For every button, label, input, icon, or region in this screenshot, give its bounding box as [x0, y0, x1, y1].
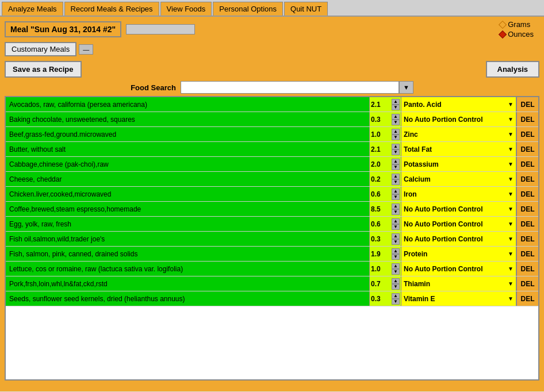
- food-del-5[interactable]: DEL: [516, 172, 538, 186]
- nutrient-dropdown-2[interactable]: ▼: [508, 131, 514, 137]
- search-dropdown-button[interactable]: ▼: [399, 81, 413, 94]
- nutrient-dropdown-8[interactable]: ▼: [508, 221, 514, 227]
- food-row: Beef,grass-fed,ground.microwaved 1.0 ▲ ▼…: [6, 127, 538, 142]
- food-del-4[interactable]: DEL: [516, 157, 538, 171]
- nutrient-dropdown-9[interactable]: ▼: [508, 236, 514, 242]
- food-name-12: Pork,frsh,loin,whl,ln&fat,ckd,rstd: [6, 276, 370, 291]
- food-qty-13: 0.3 ▲ ▼: [370, 291, 401, 306]
- food-qty-spinner-5: ▲ ▼: [392, 174, 400, 185]
- nutrient-label-11: No Auto Portion Control: [404, 265, 483, 273]
- qty-up-12[interactable]: ▲: [392, 278, 400, 284]
- qty-up-9[interactable]: ▲: [392, 233, 400, 239]
- qty-up-7[interactable]: ▲: [392, 203, 400, 209]
- food-del-13[interactable]: DEL: [516, 291, 538, 306]
- qty-up-1[interactable]: ▲: [392, 114, 400, 120]
- nutrient-dropdown-13[interactable]: ▼: [508, 295, 514, 302]
- action-row: Save as a Recipe Analysis: [5, 61, 539, 78]
- nutrient-dropdown-5[interactable]: ▼: [508, 176, 514, 182]
- nutrient-label-9: No Auto Portion Control: [404, 235, 483, 243]
- food-qty-value-6: 0.6: [371, 190, 381, 198]
- food-qty-spinner-6: ▲ ▼: [392, 189, 400, 200]
- food-del-6[interactable]: DEL: [516, 187, 538, 201]
- customary-arrow-button[interactable]: —: [79, 44, 93, 55]
- ounces-item[interactable]: Ounces: [500, 30, 534, 39]
- nutrient-dropdown-10[interactable]: ▼: [508, 251, 514, 257]
- qty-up-6[interactable]: ▲: [392, 189, 400, 194]
- food-del-2[interactable]: DEL: [516, 127, 538, 141]
- grams-item[interactable]: Grams: [500, 20, 530, 29]
- nutrient-dropdown-1[interactable]: ▼: [508, 116, 514, 122]
- food-del-12[interactable]: DEL: [516, 276, 538, 291]
- food-del-9[interactable]: DEL: [516, 232, 538, 246]
- nav-tab-4[interactable]: Quit NUT: [284, 2, 328, 16]
- food-del-8[interactable]: DEL: [516, 217, 538, 231]
- qty-down-1[interactable]: ▼: [392, 120, 400, 125]
- food-qty-spinner-3: ▲ ▼: [392, 144, 400, 155]
- food-nutrient-10: Protein ▼: [401, 247, 516, 261]
- nutrient-dropdown-11[interactable]: ▼: [508, 266, 514, 272]
- qty-down-9[interactable]: ▼: [392, 239, 400, 245]
- qty-down-10[interactable]: ▼: [392, 254, 400, 260]
- qty-down-0[interactable]: ▼: [392, 105, 400, 110]
- food-qty-value-0: 2.1: [371, 101, 381, 109]
- qty-down-2[interactable]: ▼: [392, 134, 400, 140]
- food-name-7: Coffee,brewed,steam espresso,homemade: [6, 202, 370, 216]
- qty-up-0[interactable]: ▲: [392, 99, 400, 105]
- qty-up-4[interactable]: ▲: [392, 159, 400, 164]
- qty-down-13[interactable]: ▼: [392, 299, 400, 305]
- nav-tab-2[interactable]: View Foods: [160, 2, 212, 16]
- food-qty-spinner-8: ▲ ▼: [392, 218, 400, 230]
- food-del-3[interactable]: DEL: [516, 142, 538, 156]
- food-qty-1: 0.3 ▲ ▼: [370, 112, 401, 126]
- food-qty-spinner-0: ▲ ▼: [392, 99, 400, 110]
- nutrient-label-7: No Auto Portion Control: [404, 205, 483, 213]
- qty-up-10[interactable]: ▲: [392, 248, 400, 254]
- qty-down-11[interactable]: ▼: [392, 269, 400, 275]
- qty-down-5[interactable]: ▼: [392, 179, 400, 185]
- nutrient-dropdown-0[interactable]: ▼: [508, 101, 514, 107]
- qty-down-7[interactable]: ▼: [392, 209, 400, 215]
- qty-down-3[interactable]: ▼: [392, 149, 400, 155]
- nutrient-dropdown-6[interactable]: ▼: [508, 191, 514, 197]
- analysis-button[interactable]: Analysis: [486, 61, 539, 78]
- food-qty-value-10: 1.9: [371, 250, 381, 258]
- nutrient-dropdown-7[interactable]: ▼: [508, 206, 514, 212]
- nutrient-label-3: Total Fat: [404, 145, 432, 153]
- qty-up-13[interactable]: ▲: [392, 293, 400, 299]
- food-qty-value-4: 2.0: [371, 160, 381, 168]
- nutrient-label-6: Iron: [404, 190, 417, 198]
- food-nutrient-8: No Auto Portion Control ▼: [401, 217, 516, 231]
- food-nutrient-0: Panto. Acid ▼: [401, 97, 516, 112]
- customary-meals-button[interactable]: Customary Meals: [5, 42, 76, 56]
- nutrient-dropdown-3[interactable]: ▼: [508, 146, 514, 152]
- food-nutrient-13: Vitamin E ▼: [401, 291, 516, 306]
- food-del-10[interactable]: DEL: [516, 247, 538, 261]
- food-search-input[interactable]: [181, 81, 399, 94]
- nutrient-dropdown-12[interactable]: ▼: [508, 280, 514, 287]
- food-del-11[interactable]: DEL: [516, 262, 538, 276]
- food-del-1[interactable]: DEL: [516, 112, 538, 126]
- food-name-8: Egg, yolk, raw, fresh: [6, 217, 370, 231]
- qty-down-8[interactable]: ▼: [392, 224, 400, 230]
- food-qty-2: 1.0 ▲ ▼: [370, 127, 401, 141]
- food-row: Lettuce, cos or romaine, raw (lactuca sa…: [6, 262, 538, 276]
- nav-tab-1[interactable]: Record Meals & Recipes: [64, 2, 159, 16]
- nav-tab-3[interactable]: Personal Options: [213, 2, 283, 16]
- food-del-0[interactable]: DEL: [516, 97, 538, 112]
- nutrient-dropdown-4[interactable]: ▼: [508, 161, 514, 167]
- food-row: Cabbage,chinese (pak-choi),raw 2.0 ▲ ▼ P…: [6, 157, 538, 172]
- qty-up-3[interactable]: ▲: [392, 144, 400, 149]
- qty-down-12[interactable]: ▼: [392, 284, 400, 290]
- qty-down-4[interactable]: ▼: [392, 164, 400, 170]
- food-nutrient-7: No Auto Portion Control ▼: [401, 202, 516, 216]
- qty-up-11[interactable]: ▲: [392, 263, 400, 269]
- qty-up-5[interactable]: ▲: [392, 174, 400, 179]
- food-del-7[interactable]: DEL: [516, 202, 538, 216]
- food-name-5: Cheese, cheddar: [6, 172, 370, 186]
- qty-down-6[interactable]: ▼: [392, 194, 400, 200]
- qty-up-2[interactable]: ▲: [392, 129, 400, 134]
- nutrient-label-1: No Auto Portion Control: [404, 116, 483, 124]
- nav-tab-0[interactable]: Analyze Meals: [2, 2, 63, 16]
- save-recipe-button[interactable]: Save as a Recipe: [5, 61, 82, 78]
- qty-up-8[interactable]: ▲: [392, 218, 400, 224]
